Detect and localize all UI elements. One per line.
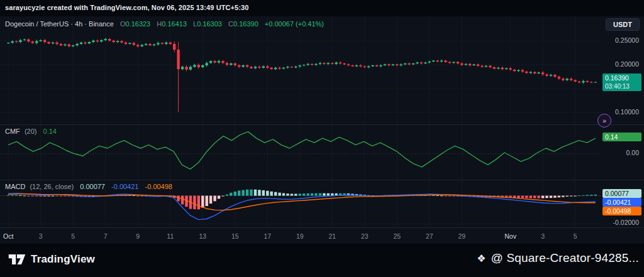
price-pane[interactable]: Dogecoin / TetherUS · 4h · Binance O0.16…: [0, 16, 644, 124]
time-tick: Nov: [504, 232, 516, 240]
time-tick: 23: [361, 232, 369, 240]
time-axis[interactable]: Oct357911131517192123252729Nov35: [0, 227, 644, 244]
cmf-zero-label: 0.00: [626, 149, 639, 156]
go-to-realtime-button[interactable]: »: [597, 114, 611, 128]
cmf-params: (20): [25, 128, 37, 135]
time-tick: 21: [328, 232, 336, 240]
chart-area: Dogecoin / TetherUS · 4h · Binance O0.16…: [0, 16, 644, 244]
cmf-value-badge: 0.14: [602, 133, 641, 141]
tradingview-logo[interactable]: TradingView: [8, 253, 95, 266]
high-value: 0.16413: [162, 20, 187, 28]
macd-params: (12, 26, close): [30, 183, 74, 190]
macd-hist-value: 0.00077: [80, 183, 105, 190]
macd-line-value: -0.00421: [111, 183, 138, 190]
time-tick: 27: [426, 232, 433, 240]
attribution-bar: sarayucyzie created with TradingView.com…: [0, 0, 644, 16]
time-tick: 7: [104, 232, 108, 240]
time-tick: 11: [167, 232, 174, 240]
price-tick-025: 0.25000: [615, 36, 639, 44]
macd-legend: MACD (12, 26, close) 0.00077 -0.00421 -0…: [5, 183, 172, 190]
time-tick: 17: [264, 232, 271, 240]
close-value: 0.16390: [233, 20, 258, 28]
time-tick: 13: [199, 232, 206, 240]
time-tick: 15: [231, 232, 239, 240]
cmf-pane[interactable]: CMF (20) 0.14: [0, 124, 644, 180]
change-value: +0.00067 (+0.41%): [265, 20, 324, 28]
time-tick: 19: [296, 232, 304, 240]
price-tick-010: 0.10000: [615, 108, 639, 116]
time-tick: 3: [39, 232, 43, 240]
time-tick: 25: [393, 232, 401, 240]
currency-toggle-button[interactable]: USDT: [606, 18, 640, 31]
time-tick: 9: [136, 232, 140, 240]
time-tick: 3: [541, 232, 545, 240]
time-tick: Oct: [3, 232, 13, 240]
macd-pane[interactable]: MACD (12, 26, close) 0.00077 -0.00421 -0…: [0, 180, 644, 228]
diamond-icon: ❖: [477, 253, 486, 264]
tradingview-logo-icon: [8, 253, 26, 266]
creator-watermark: ❖ @ Square-Creator-94285...: [477, 251, 639, 265]
macd-line-badge: -0.00421: [602, 198, 641, 207]
attribution-text: sarayucyzie created with TradingView.com…: [5, 4, 249, 11]
time-tick: 29: [458, 232, 465, 240]
macd-title[interactable]: MACD: [5, 183, 25, 190]
macd-hist-badge: 0.00077: [602, 189, 641, 198]
symbol-title[interactable]: Dogecoin / TetherUS · 4h · Binance: [5, 20, 114, 28]
double-chevron-right-icon: »: [602, 117, 606, 124]
macd-signal-value: -0.00498: [145, 183, 172, 190]
low-value: 0.16303: [197, 20, 222, 28]
time-tick: 5: [574, 232, 577, 240]
creator-watermark-text: @ Square-Creator-94285...: [491, 251, 639, 265]
cmf-value: 0.14: [43, 128, 57, 135]
last-price: 0.16390: [605, 74, 639, 82]
macd-signal-badge: -0.00498: [602, 207, 641, 215]
price-tick-020: 0.20000: [615, 60, 639, 68]
cmf-title[interactable]: CMF: [5, 128, 20, 135]
footer-bar: TradingView ❖ @ Square-Creator-94285...: [0, 244, 644, 277]
open-value: 0.16323: [125, 20, 150, 28]
last-price-badge: 0.16390 03:40:13: [602, 73, 641, 91]
price-chart-canvas: [0, 16, 601, 124]
price-legend: Dogecoin / TetherUS · 4h · Binance O0.16…: [5, 20, 324, 28]
close-label: C: [228, 20, 233, 28]
time-tick: 5: [71, 232, 75, 240]
cmf-legend: CMF (20) 0.14: [5, 128, 57, 135]
macd-scale-label: -0.02000: [613, 219, 639, 226]
tradingview-logo-text: TradingView: [31, 253, 95, 266]
cmf-chart-canvas: [0, 125, 601, 180]
bar-countdown: 03:40:13: [605, 82, 639, 90]
